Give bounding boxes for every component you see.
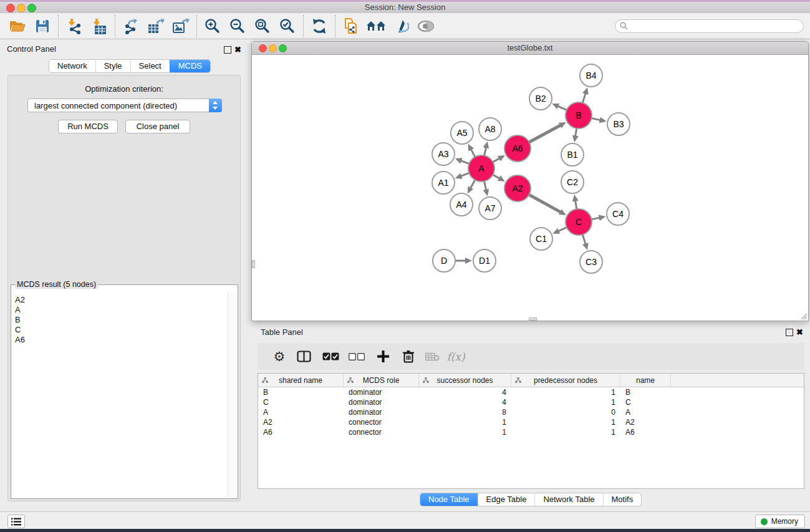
node-A2[interactable]: A2 <box>504 175 531 201</box>
import-table-button[interactable] <box>87 14 112 38</box>
network-close-button[interactable] <box>259 44 267 52</box>
unselect-all-columns-button[interactable] <box>344 347 370 366</box>
node-A4[interactable]: A4 <box>450 193 473 216</box>
table-cell[interactable]: C <box>620 397 671 407</box>
zoom-in-button[interactable] <box>200 14 225 38</box>
tab-motifs[interactable]: Motifs <box>603 493 642 506</box>
table-row[interactable]: A6connector11A6 <box>258 427 804 437</box>
clone-network-button[interactable] <box>339 14 364 38</box>
node-A6[interactable]: A6 <box>504 135 531 162</box>
search-box[interactable] <box>615 19 804 33</box>
style-preview-button[interactable] <box>388 14 413 38</box>
node-D[interactable]: D <box>433 249 455 272</box>
result-item[interactable]: A2 <box>15 295 228 305</box>
node-A[interactable]: A <box>468 155 494 181</box>
node-D1[interactable]: D1 <box>473 249 496 272</box>
table-cell[interactable]: 1 <box>511 397 620 407</box>
table-cell[interactable]: 1 <box>511 417 620 427</box>
table-cell[interactable]: dominator <box>344 407 419 417</box>
zoom-window-button[interactable] <box>27 4 36 12</box>
node-A3[interactable]: A3 <box>432 143 455 165</box>
control-panel-float-button[interactable] <box>224 46 231 54</box>
table-cell[interactable]: A6 <box>620 427 671 437</box>
table-row[interactable]: Adominator80A <box>258 407 804 417</box>
table-cell[interactable]: 1 <box>419 417 511 427</box>
left-splitter-handle[interactable] <box>252 260 255 268</box>
tab-mcds[interactable]: MCDS <box>170 60 210 72</box>
run-mcds-button[interactable]: Run MCDS <box>58 120 118 133</box>
table-cell[interactable]: dominator <box>344 387 419 397</box>
zoom-selected-button[interactable] <box>275 14 300 38</box>
node-table[interactable]: shared nameMCDS rolesuccessor nodesprede… <box>258 373 804 489</box>
tab-select[interactable]: Select <box>130 60 170 72</box>
node-C2[interactable]: C2 <box>561 171 584 193</box>
node-B2[interactable]: B2 <box>529 87 552 110</box>
node-A8[interactable]: A8 <box>479 118 501 140</box>
table-cell[interactable]: connector <box>344 417 419 427</box>
table-cell[interactable]: B <box>620 387 671 397</box>
table-panel-close-button[interactable]: ✖ <box>796 329 803 336</box>
node-B3[interactable]: B3 <box>607 113 630 135</box>
memory-button[interactable]: Memory <box>755 515 805 528</box>
column-header-successor-nodes[interactable]: successor nodes <box>419 374 511 387</box>
result-item[interactable]: B <box>15 315 228 325</box>
table-cell[interactable]: A <box>258 407 344 417</box>
tab-style[interactable]: Style <box>95 60 130 72</box>
column-header-name[interactable]: name <box>620 374 671 387</box>
minimize-window-button[interactable] <box>17 4 26 12</box>
save-session-button[interactable] <box>30 14 55 38</box>
create-column-button[interactable] <box>370 347 396 366</box>
node-B[interactable]: B <box>566 102 592 128</box>
table-cell[interactable]: B <box>258 387 344 397</box>
network-graph[interactable]: AA1A2A3A4A5A6A7A8BB1B2B3B4CC1C2C3C4DD1 <box>252 55 808 321</box>
zoom-out-button[interactable] <box>225 14 250 38</box>
close-panel-button[interactable]: Close panel <box>125 120 190 133</box>
task-history-button[interactable] <box>7 515 25 528</box>
table-cell[interactable]: connector <box>344 427 419 437</box>
table-cell[interactable]: 1 <box>511 387 620 397</box>
node-A7[interactable]: A7 <box>479 197 501 220</box>
table-row[interactable]: Cdominator41C <box>258 397 804 407</box>
table-panel-float-button[interactable] <box>786 329 793 336</box>
export-image-button[interactable] <box>168 14 193 38</box>
node-C[interactable]: C <box>566 209 592 235</box>
result-item[interactable]: A6 <box>15 335 228 345</box>
column-header-MCDS-role[interactable]: MCDS role <box>344 374 419 387</box>
export-table-button[interactable] <box>143 14 168 38</box>
delete-column-button[interactable] <box>396 347 421 366</box>
table-cell[interactable]: 4 <box>419 397 511 407</box>
table-row[interactable]: Bdominator41B <box>258 387 804 397</box>
delete-table-button[interactable] <box>421 347 443 366</box>
column-header-shared-name[interactable]: shared name <box>258 374 344 387</box>
session-titlebar[interactable]: Session: New Session <box>0 2 810 13</box>
network-minimize-button[interactable] <box>269 44 277 52</box>
node-A5[interactable]: A5 <box>451 122 473 144</box>
column-header-predecessor-nodes[interactable]: predecessor nodes <box>511 374 620 387</box>
table-cell[interactable]: 4 <box>419 387 511 397</box>
control-panel-close-button[interactable]: ✖ <box>234 46 241 54</box>
export-network-button[interactable] <box>118 14 143 38</box>
table-cell[interactable]: 1 <box>511 427 620 437</box>
result-item[interactable]: A <box>15 305 228 315</box>
network-zoom-button[interactable] <box>279 44 287 52</box>
table-cell[interactable]: A6 <box>258 427 344 437</box>
show-columns-button[interactable] <box>290 347 317 366</box>
show-graphics-details-button[interactable] <box>413 14 438 38</box>
bottom-splitter-handle[interactable] <box>529 317 537 321</box>
node-B1[interactable]: B1 <box>561 143 584 166</box>
table-cell[interactable]: A <box>620 407 671 417</box>
table-cell[interactable]: 1 <box>419 427 511 437</box>
node-B4[interactable]: B4 <box>580 64 602 87</box>
table-cell[interactable]: C <box>258 397 344 407</box>
tab-network[interactable]: Network <box>49 60 95 72</box>
import-network-button[interactable] <box>62 14 87 38</box>
table-cell[interactable]: 8 <box>419 407 511 417</box>
criterion-select[interactable]: largest connected component (directed) <box>27 99 222 112</box>
node-C1[interactable]: C1 <box>530 228 552 250</box>
resize-grip-icon[interactable] <box>800 312 808 320</box>
table-row[interactable]: A2connector11A2 <box>258 417 804 427</box>
tab-edge-table[interactable]: Edge Table <box>478 493 535 506</box>
result-scrollbar[interactable] <box>228 293 236 497</box>
node-C3[interactable]: C3 <box>580 251 602 273</box>
refresh-button[interactable] <box>307 14 332 38</box>
